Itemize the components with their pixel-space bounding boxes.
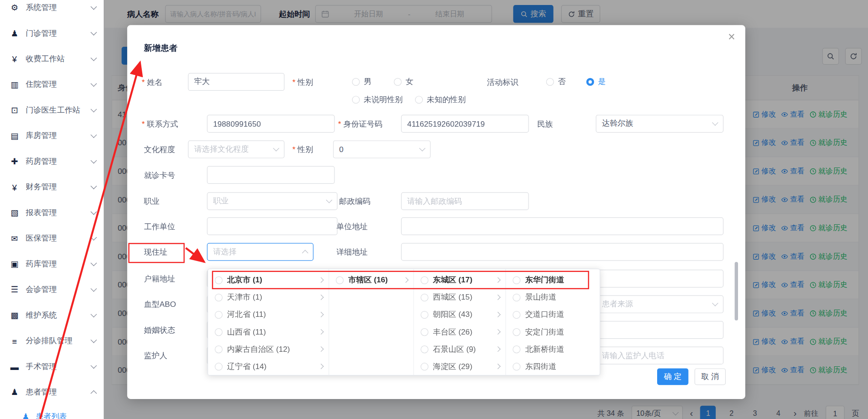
radio-icon <box>415 96 423 104</box>
id-number-input[interactable] <box>401 115 529 133</box>
contact-input[interactable] <box>207 115 334 133</box>
cancel-button[interactable]: 取 消 <box>694 368 726 385</box>
current-address-select[interactable]: 请选择 <box>207 243 313 261</box>
address-cascader-dropdown: 北京市 (1)天津市 (1)河北省 (11)山西省 (11)内蒙古自治区 (12… <box>208 269 600 376</box>
name-input[interactable] <box>188 73 284 91</box>
marital-extra-input[interactable] <box>596 321 723 339</box>
radio-icon[interactable] <box>215 293 223 301</box>
sidebar-item-outpatient[interactable]: ♟门诊管理 <box>0 20 104 46</box>
education-select[interactable]: 请选择文化程度 <box>188 140 284 158</box>
gender-radio-unspecified[interactable]: 未说明性别 <box>352 91 403 108</box>
occupation-select[interactable]: 职业 <box>207 192 337 210</box>
detail-address-input[interactable] <box>401 243 724 261</box>
gender-radio-unknown[interactable]: 未知的性别 <box>415 91 466 108</box>
sidebar-item-patient-list[interactable]: ♟患者列表 <box>0 405 104 419</box>
queue-icon: ≡ <box>9 336 20 346</box>
cascader-option[interactable]: 石景山区 (9) <box>414 340 506 358</box>
radio-icon[interactable] <box>420 345 428 353</box>
cascader-option-label: 安定门街道 <box>525 327 594 337</box>
cascader-option[interactable]: 东华门街道 <box>506 271 600 289</box>
cascader-option-label: 北新桥街道 <box>525 344 594 354</box>
sidebar-item-inpatient[interactable]: ▥住院管理 <box>0 72 104 97</box>
radio-icon[interactable] <box>513 345 521 353</box>
sidebar-item-pharmacy[interactable]: ✚药房管理 <box>0 149 104 174</box>
guardian-phone-input[interactable] <box>596 347 723 365</box>
confirm-button[interactable]: 确 定 <box>657 368 688 385</box>
radio-icon[interactable] <box>513 362 521 370</box>
sidebar-item-surgery[interactable]: ▬手术管理 <box>0 354 104 379</box>
unit-address-input[interactable] <box>401 217 724 235</box>
gender-radio-male[interactable]: 男 <box>352 73 372 91</box>
active-flag-radio-no[interactable]: 否 <box>546 73 566 91</box>
cascader-option[interactable]: 河北省 (11) <box>208 306 329 323</box>
modal-scrollbar[interactable] <box>735 262 738 320</box>
cascader-option[interactable]: 景山街道 <box>506 289 600 306</box>
radio-icon[interactable] <box>513 311 521 318</box>
cascader-option[interactable]: 西城区 (15) <box>414 289 506 306</box>
radio-icon[interactable] <box>215 345 223 353</box>
chevron-right-icon <box>319 277 324 283</box>
chevron-right-icon <box>319 346 324 352</box>
radio-icon[interactable] <box>336 276 344 284</box>
sidebar-item-consultation[interactable]: ☰会诊管理 <box>0 277 104 302</box>
radio-icon[interactable] <box>420 311 428 318</box>
cascader-option[interactable]: 东四街道 <box>506 358 600 375</box>
radio-icon[interactable] <box>215 276 223 284</box>
cascader-option[interactable]: 北新桥街道 <box>506 340 600 358</box>
chevron-down-icon <box>90 4 97 10</box>
contact-label: 联系方式 <box>147 119 178 128</box>
radio-icon[interactable] <box>420 328 428 335</box>
cascader-option[interactable]: 交道口街道 <box>506 306 600 323</box>
close-icon[interactable]: × <box>728 31 735 43</box>
cascader-option[interactable]: 安定门街道 <box>506 323 600 340</box>
radio-icon[interactable] <box>215 311 223 318</box>
active-flag-radio-yes[interactable]: 是 <box>586 73 606 91</box>
cascader-option[interactable]: 市辖区 (16) <box>329 271 414 289</box>
patient-source-select[interactable]: 患者来源 <box>596 296 723 313</box>
radio-icon[interactable] <box>215 362 223 370</box>
sidebar-item-insurance[interactable]: ✉医保管理 <box>0 226 104 251</box>
sidebar-item-doctor-station[interactable]: ⊡门诊医生工作站 <box>0 98 104 123</box>
sidebar-item-report[interactable]: ▧报表管理 <box>0 200 104 226</box>
sidebar-item-warehouse[interactable]: ▤库房管理 <box>0 123 104 148</box>
cascader-option[interactable]: 朝阳区 (43) <box>414 306 506 323</box>
cascader-option[interactable]: 天津市 (1) <box>208 289 329 306</box>
gender2-label: 性别 <box>298 145 313 154</box>
radio-icon[interactable] <box>420 362 428 370</box>
cascader-option[interactable]: 北京市 (1) <box>208 271 329 289</box>
cascader-option[interactable]: 山西省 (11) <box>208 323 329 340</box>
sidebar-item-label: 药库管理 <box>25 259 91 269</box>
sidebar-item-patient[interactable]: ♟患者管理 <box>0 380 104 405</box>
chevron-right-icon <box>495 329 501 335</box>
sidebar-item-fee-station[interactable]: ¥收费工作站 <box>0 46 104 72</box>
sidebar-item-maintenance[interactable]: ▩维护系统 <box>0 303 104 328</box>
card-number-input[interactable] <box>207 166 334 184</box>
cascader-option[interactable]: 辽宁省 (14) <box>208 358 329 375</box>
work-unit-input[interactable] <box>207 217 337 235</box>
postal-input[interactable] <box>401 192 529 210</box>
radio-icon[interactable] <box>420 276 428 284</box>
radio-icon[interactable] <box>513 328 521 335</box>
sidebar-item-drug-store[interactable]: ▣药库管理 <box>0 251 104 277</box>
ethnicity-select[interactable]: 达斡尔族 <box>596 115 723 133</box>
sidebar-item-label: 系统管理 <box>25 3 91 13</box>
radio-icon[interactable] <box>420 293 428 301</box>
marital-label: 婚姻状态 <box>144 321 175 339</box>
sidebar-item-triage-queue[interactable]: ≡分诊排队管理 <box>0 328 104 354</box>
radio-icon[interactable] <box>215 328 223 335</box>
gender2-select[interactable]: 0 <box>333 140 431 158</box>
sidebar-item-system[interactable]: ⚙系统管理 <box>0 0 104 20</box>
cascader-option[interactable]: 丰台区 (26) <box>414 323 506 340</box>
surgery-icon: ▬ <box>9 362 20 371</box>
cascader-option[interactable]: 海淀区 (29) <box>414 358 506 375</box>
required-asterisk: * <box>142 119 145 128</box>
cascader-option-label: 内蒙古自治区 (12) <box>227 344 315 354</box>
cascader-option[interactable]: 东城区 (17) <box>414 271 506 289</box>
cascader-option[interactable]: 内蒙古自治区 (12) <box>208 340 329 358</box>
sidebar-item-finance[interactable]: ¥财务管理 <box>0 174 104 200</box>
active-flag-label: 活动标识 <box>487 73 519 91</box>
gender-radio-female[interactable]: 女 <box>394 73 414 91</box>
radio-icon[interactable] <box>513 276 521 284</box>
cascader-option-label: 东城区 (17) <box>433 275 492 285</box>
radio-icon[interactable] <box>513 293 521 301</box>
